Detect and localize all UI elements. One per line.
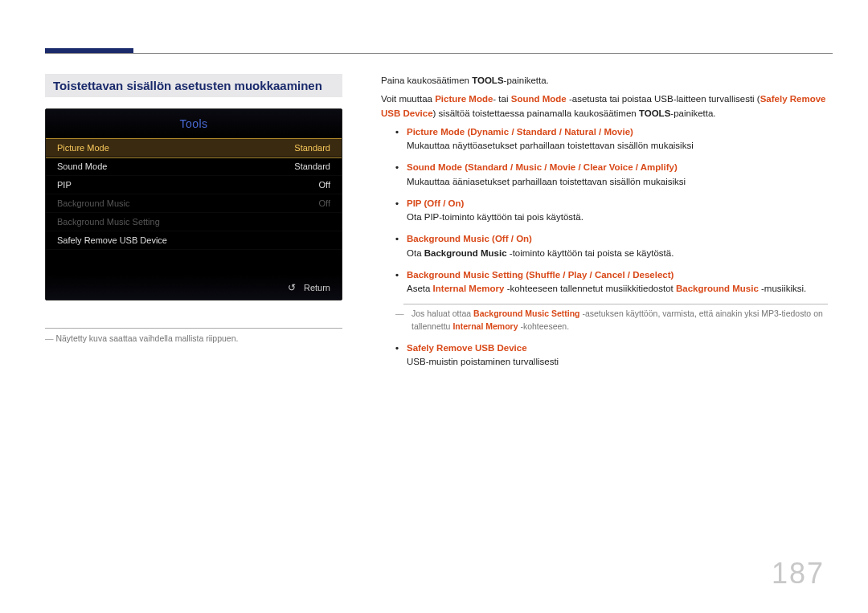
tools-panel-title: Tools — [46, 109, 342, 139]
image-footnote: Näytetty kuva saattaa vaihdella mallista… — [45, 328, 342, 343]
menu-row-safely-remove-usb[interactable]: Safely Remove USB Device — [46, 231, 342, 250]
return-label[interactable]: Return — [304, 283, 330, 292]
menu-row-label: Picture Mode — [57, 143, 109, 153]
menu-row-background-music: Background Music Off — [46, 194, 342, 213]
menu-row-label: Background Music Setting — [57, 217, 160, 227]
menu-row-value: Off — [319, 180, 330, 190]
section-title: Toistettavan sisällön asetusten muokkaam… — [45, 74, 342, 97]
bullet-picture-mode: Picture Mode (Dynamic / Standard / Natur… — [395, 125, 828, 153]
menu-row-sound-mode[interactable]: Sound Mode Standard — [46, 157, 342, 176]
bullet-safely-remove-usb: Safely Remove USB Device USB-muistin poi… — [395, 341, 828, 370]
menu-row-value: Standard — [294, 143, 330, 153]
menu-row-pip[interactable]: PIP Off — [46, 176, 342, 194]
bullet-pip: PIP (Off / On) Ota PIP-toiminto käyttöön… — [395, 197, 828, 225]
tools-panel: Tools Picture Mode Standard Sound Mode S… — [45, 108, 342, 300]
bullet-sound-mode: Sound Mode (Standard / Music / Movie / C… — [395, 161, 828, 189]
description-column: Paina kaukosäätimen TOOLS-painiketta. Vo… — [381, 74, 828, 377]
bullet-background-music: Background Music (Off / On) Ota Backgrou… — [395, 232, 828, 260]
menu-row-picture-mode[interactable]: Picture Mode Standard — [46, 139, 342, 157]
page-number: 187 — [772, 557, 825, 591]
note-background-music: Jos haluat ottaa Background Music Settin… — [403, 304, 828, 333]
top-rule — [45, 53, 833, 54]
intro-line-1: Paina kaukosäätimen TOOLS-painiketta. — [381, 74, 828, 88]
menu-row-label: PIP — [57, 180, 72, 190]
bullet-background-music-setting: Background Music Setting (Shuffle / Play… — [395, 268, 828, 296]
return-icon[interactable] — [288, 282, 299, 293]
menu-row-background-music-setting: Background Music Setting — [46, 213, 342, 231]
menu-row-value: Off — [319, 198, 330, 208]
menu-row-label: Sound Mode — [57, 161, 107, 171]
menu-row-label: Background Music — [57, 198, 130, 208]
menu-row-label: Safely Remove USB Device — [57, 235, 167, 245]
menu-row-value: Standard — [294, 161, 330, 171]
tools-panel-footer: Return — [46, 274, 342, 300]
intro-line-2: Voit muuttaa Picture Mode- tai Sound Mod… — [381, 92, 828, 121]
